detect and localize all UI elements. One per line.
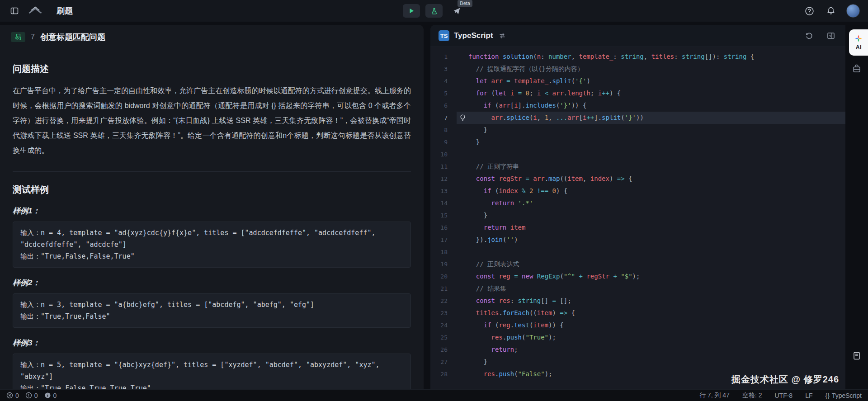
- code-line[interactable]: 11 // 正则字符串: [430, 160, 845, 173]
- notifications-bell-icon[interactable]: [825, 5, 837, 17]
- language-mode[interactable]: {} TypeScript: [826, 392, 862, 399]
- code-line[interactable]: 18: [430, 246, 845, 258]
- line-number: 27: [430, 356, 457, 368]
- info-indicator[interactable]: 0: [44, 392, 57, 399]
- code-line[interactable]: 23 titles.forEach((item) => {: [430, 307, 845, 319]
- code-line[interactable]: 3 // 提取通配字符（以{}分隔的内容）: [430, 63, 845, 75]
- code-line[interactable]: 27 }: [430, 356, 845, 368]
- line-number: 17: [430, 234, 457, 246]
- code-text: arr.splice(i, 1, ...arr[i++].split('}')): [468, 112, 845, 124]
- bulb-slot: [457, 344, 468, 356]
- code-line[interactable]: 12 const regStr = arr.map((item, index) …: [430, 173, 845, 185]
- code-line[interactable]: 14 return '.*': [430, 197, 845, 209]
- code-text: }: [468, 124, 845, 136]
- line-number: 1: [430, 51, 457, 63]
- errors-count: 0: [15, 392, 19, 399]
- code-line[interactable]: 17 }).join(''): [430, 234, 845, 246]
- code-line[interactable]: 5 for (let i = 0; i < arr.length; i++) {: [430, 87, 845, 99]
- layout-toggle-icon[interactable]: [825, 29, 837, 42]
- code-text: res.push("True");: [468, 331, 845, 344]
- code-text: // 正则字符串: [468, 160, 845, 173]
- sample-code-block: 输入：n = 4, template = "ad{xyz}cdc{y}f{x}e…: [13, 222, 411, 268]
- line-number: 26: [430, 344, 457, 356]
- code-text: let arr = template_.split('{'): [468, 75, 845, 87]
- help-icon[interactable]: [803, 5, 816, 17]
- problems-indicators: 0 0 0: [6, 392, 57, 399]
- line-number: 3: [430, 63, 457, 75]
- bulb-slot: [457, 295, 468, 307]
- topbar-right: [803, 4, 860, 18]
- bulb-slot: [457, 258, 468, 270]
- line-number: 28: [430, 368, 457, 380]
- language-switch-icon[interactable]: [498, 31, 507, 40]
- cursor-position[interactable]: 行 7, 列 47: [699, 392, 730, 400]
- bulb-slot: [457, 234, 468, 246]
- code-line[interactable]: 1function solution(n: number, template_:…: [430, 51, 845, 63]
- reset-code-icon[interactable]: [803, 29, 816, 42]
- code-line[interactable]: 22 const res: string[] = [];: [430, 295, 845, 307]
- ai-assistant-button[interactable]: AI: [849, 29, 868, 56]
- flask-icon: [431, 8, 438, 14]
- backpack-icon[interactable]: [852, 64, 862, 74]
- code-text: return '.*': [468, 197, 845, 209]
- warning-icon: [25, 392, 32, 399]
- encoding-setting[interactable]: UTF-8: [774, 392, 793, 399]
- app-name: 刷题: [57, 5, 73, 16]
- problem-description: 在广告平台中，为了给广告主一定的自由性和效率，允许广告主在创造标题的时候以通配符…: [13, 83, 411, 158]
- code-line[interactable]: 28 res.push("False");: [430, 368, 845, 380]
- bulb-slot: [457, 209, 468, 222]
- submit-button[interactable]: Beta: [448, 4, 465, 18]
- code-line[interactable]: 13 if (index % 2 !== 0) {: [430, 185, 845, 197]
- line-number: 11: [430, 160, 457, 173]
- warnings-indicator[interactable]: 0: [25, 392, 38, 399]
- user-avatar[interactable]: [846, 4, 860, 18]
- eol-setting[interactable]: LF: [805, 392, 812, 399]
- code-line[interactable]: 20 const reg = new RegExp("^" + regStr +…: [430, 270, 845, 283]
- journal-icon[interactable]: [852, 351, 861, 360]
- code-line[interactable]: 10: [430, 148, 845, 160]
- code-editor[interactable]: 1function solution(n: number, template_:…: [430, 47, 845, 389]
- code-text: [468, 148, 845, 160]
- bulb-slot: [457, 331, 468, 344]
- code-line[interactable]: 16 return item: [430, 222, 845, 234]
- main-area: 易 7 创意标题匹配问题 问题描述 在广告平台中，为了给广告主一定的自由性和效率…: [0, 22, 868, 389]
- errors-indicator[interactable]: 0: [6, 392, 19, 399]
- bulb-slot: [457, 63, 468, 75]
- bulb-slot: [457, 160, 468, 173]
- indentation-setting[interactable]: 空格: 2: [742, 392, 762, 400]
- info-icon: [44, 392, 51, 399]
- code-lines: 1function solution(n: number, template_:…: [430, 51, 845, 380]
- language-name: TypeScript: [454, 31, 493, 40]
- line-number: 16: [430, 222, 457, 234]
- bulb-slot: [457, 197, 468, 209]
- code-line[interactable]: 9 }: [430, 136, 845, 148]
- code-line[interactable]: 8 }: [430, 124, 845, 136]
- code-line[interactable]: 26 return;: [430, 344, 845, 356]
- samples-list: 样例1：输入：n = 4, template = "ad{xyz}cdc{y}f…: [13, 206, 411, 389]
- code-line[interactable]: 24 if (reg.test(item)) {: [430, 319, 845, 331]
- code-text: }: [468, 356, 845, 368]
- bulb-slot: [457, 270, 468, 283]
- bulb-slot: [457, 148, 468, 160]
- sample-input: 输入：n = 4, template = "ad{xyz}cdc{y}f{x}e…: [20, 227, 403, 250]
- app-logo-icon[interactable]: [27, 5, 43, 17]
- line-number: 20: [430, 270, 457, 283]
- code-line-active[interactable]: 7 arr.splice(i, 1, ...arr[i++].split('}'…: [430, 112, 845, 124]
- code-line[interactable]: 6 if (arr[i].includes('}')) {: [430, 99, 845, 112]
- debug-test-button[interactable]: [425, 4, 443, 18]
- sample-output: 输出："True,False,False,True": [20, 250, 403, 262]
- sidebar-toggle-icon[interactable]: [8, 5, 21, 17]
- difficulty-badge: 易: [11, 32, 25, 42]
- code-text: titles.forEach((item) => {: [468, 307, 845, 319]
- quickfix-lightbulb-icon[interactable]: [457, 112, 468, 124]
- code-line[interactable]: 21 // 结果集: [430, 283, 845, 295]
- code-line[interactable]: 25 res.push("True");: [430, 331, 845, 344]
- editor-header: TS TypeScript: [430, 25, 845, 47]
- bulb-slot: [457, 307, 468, 319]
- problem-content[interactable]: 问题描述 在广告平台中，为了给广告主一定的自由性和效率，允许广告主在创造标题的时…: [0, 49, 424, 389]
- code-line[interactable]: 19 // 正则表达式: [430, 258, 845, 270]
- braces-icon: {}: [826, 392, 830, 399]
- code-line[interactable]: 15 }: [430, 209, 845, 222]
- run-button[interactable]: [403, 4, 420, 18]
- code-line[interactable]: 4 let arr = template_.split('{'): [430, 75, 845, 87]
